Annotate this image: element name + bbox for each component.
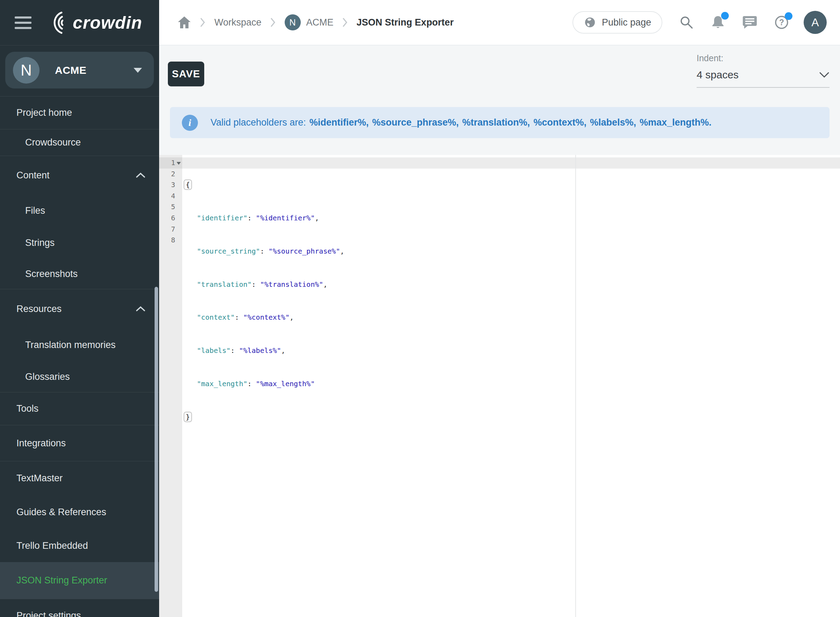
public-page-button[interactable]: Public page: [572, 11, 662, 34]
notification-badge: [721, 12, 729, 19]
sidebar-header: crowdin: [0, 0, 159, 46]
code-editor[interactable]: 1 2 3 4 5 6 7 8 { "identifier": "%identi…: [159, 155, 840, 617]
json-colon: :: [230, 346, 239, 355]
sidebar-item-tools[interactable]: Tools: [0, 393, 159, 425]
project-selector[interactable]: N ACME: [5, 52, 154, 89]
sidebar-item-label: Tools: [16, 403, 38, 414]
json-key: "context": [197, 313, 235, 322]
sidebar-item-label: Guides & References: [16, 507, 106, 518]
code-line: "translation": "%translation%",: [184, 279, 344, 290]
line-number: 1: [159, 157, 175, 168]
sidebar-item-screenshots[interactable]: Screenshots: [0, 259, 159, 289]
json-colon: :: [248, 214, 256, 222]
chevron-down-icon: [134, 68, 142, 73]
placeholder: %labels%,: [590, 117, 636, 128]
json-colon: :: [252, 280, 260, 289]
code-content[interactable]: { "identifier": "%identifier%", "source_…: [184, 157, 344, 444]
sidebar-item-label: Project home: [16, 108, 72, 118]
page-title: JSON String Exporter: [357, 17, 454, 28]
indent-control: Indent: 4 spaces: [697, 53, 830, 88]
sidebar-item-trello-embedded[interactable]: Trello Embedded: [0, 529, 159, 562]
json-key: "translation": [197, 280, 252, 289]
search-icon: [679, 15, 694, 30]
json-comma: ,: [323, 280, 327, 289]
help-badge: [785, 12, 793, 20]
placeholder: %source_phrase%,: [372, 117, 459, 128]
breadcrumb-project[interactable]: ACME: [307, 17, 334, 28]
fold-toggle-icon[interactable]: [177, 162, 181, 165]
placeholder: %identifier%,: [309, 117, 369, 128]
menu-icon[interactable]: [15, 13, 31, 32]
json-value: "%context%": [243, 313, 289, 322]
sidebar-item-label: Files: [25, 205, 45, 216]
chevron-down-icon: [819, 72, 830, 78]
save-button[interactable]: SAVE: [168, 62, 204, 86]
json-colon: :: [260, 247, 268, 255]
chevron-right-icon: [200, 18, 205, 27]
json-colon: :: [235, 313, 243, 322]
chevron-right-icon: [271, 18, 276, 27]
sidebar-item-translation-memories[interactable]: Translation memories: [0, 328, 159, 362]
notifications-button[interactable]: [710, 15, 725, 30]
user-avatar[interactable]: A: [804, 11, 827, 34]
code-line: "max_length": "%max_length%": [184, 378, 344, 390]
sidebar-item-json-string-exporter[interactable]: JSON String Exporter: [0, 562, 159, 599]
sidebar-item-integrations[interactable]: Integrations: [0, 425, 159, 461]
sidebar-item-label: Translation memories: [25, 339, 116, 350]
sidebar-item-label: TextMaster: [16, 473, 63, 484]
brand-name: crowdin: [73, 13, 142, 33]
line-number: 2: [159, 168, 175, 180]
placeholder: %translation%,: [462, 117, 530, 128]
json-key: "identifier": [197, 214, 248, 222]
json-value: "%labels%": [239, 346, 281, 355]
json-key: "labels": [197, 346, 230, 355]
home-icon[interactable]: [177, 16, 191, 29]
sidebar-item-label: Screenshots: [25, 269, 78, 279]
help-button[interactable]: ?: [774, 15, 789, 30]
info-banner: i Valid placeholders are:%identifier%,%s…: [170, 107, 830, 138]
crowdin-logo[interactable]: crowdin: [43, 9, 142, 36]
project-avatar: N: [13, 57, 40, 84]
placeholder: %context%,: [533, 117, 587, 128]
sidebar-item-glossaries[interactable]: Glossaries: [0, 362, 159, 392]
breadcrumb-project-avatar: N: [284, 14, 301, 30]
indent-select[interactable]: 4 spaces: [697, 69, 830, 88]
json-key: "max_length": [197, 379, 248, 388]
open-brace: {: [184, 179, 192, 190]
sidebar-scrollbar[interactable]: [155, 287, 158, 592]
json-comma: ,: [281, 346, 285, 355]
sidebar-item-project-settings[interactable]: Project settings: [0, 599, 159, 617]
chevron-up-icon: [136, 306, 145, 311]
sidebar-section-resources[interactable]: Resources: [0, 289, 159, 328]
line-number: 8: [159, 235, 175, 246]
sidebar-item-label: Strings: [25, 238, 55, 248]
sidebar-item-label: Glossaries: [25, 372, 70, 382]
public-page-label: Public page: [602, 17, 651, 28]
messages-button[interactable]: [742, 15, 757, 30]
sidebar-item-textmaster[interactable]: TextMaster: [0, 461, 159, 495]
sidebar-item-guides-references[interactable]: Guides & References: [0, 495, 159, 529]
crowdin-logo-icon: [43, 9, 70, 36]
json-value: "%identifier%": [256, 214, 315, 222]
json-value: "%source_phrase%": [268, 247, 340, 255]
close-brace: }: [184, 412, 192, 422]
breadcrumb-workspace[interactable]: Workspace: [214, 17, 262, 28]
sidebar-item-files[interactable]: Files: [0, 195, 159, 227]
topbar-actions: Public page ? A: [572, 11, 827, 34]
svg-text:?: ?: [779, 18, 784, 27]
indent-value: 4 spaces: [697, 69, 738, 81]
sidebar-item-strings[interactable]: Strings: [0, 227, 159, 259]
json-colon: :: [248, 379, 256, 388]
sidebar-section-label: Content: [16, 170, 50, 181]
json-comma: ,: [315, 214, 319, 222]
sidebar-section-content[interactable]: Content: [0, 156, 159, 195]
code-line: "identifier": "%identifier%",: [184, 213, 344, 224]
sidebar-item-project-home[interactable]: Project home: [0, 96, 159, 129]
sidebar-item-label: Integrations: [16, 438, 66, 449]
json-value: "%translation%": [260, 280, 323, 289]
info-icon: i: [182, 115, 198, 131]
chevron-right-icon: [343, 18, 348, 27]
search-button[interactable]: [679, 15, 694, 30]
sidebar-item-crowdsource[interactable]: Crowdsource: [0, 130, 159, 156]
indent-label: Indent:: [697, 53, 830, 63]
